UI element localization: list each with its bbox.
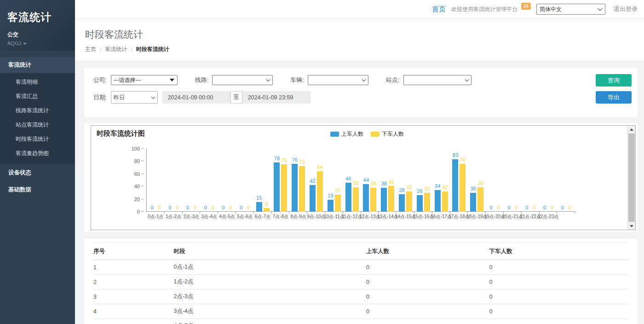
chart-category-group: 001点-2点 [165, 149, 183, 212]
line-select[interactable] [212, 75, 273, 85]
station-select-wrap [403, 75, 472, 85]
y-tick-label: 40 [124, 184, 140, 189]
sidebar-subitem-2[interactable]: 线路客流统计 [0, 104, 75, 118]
sidebar-subitem-1[interactable]: 客流汇总 [0, 89, 75, 104]
x-tick-mark [236, 212, 236, 214]
date-preset-select[interactable]: 昨日 [111, 91, 158, 104]
breadcrumb-separator: / [131, 46, 132, 53]
chart-category-group: 42649点-10点 [307, 149, 325, 212]
language-select-wrap: 简体中文 [536, 4, 605, 15]
date-to-label: 至 [230, 91, 242, 104]
x-tick-mark [575, 212, 575, 214]
bar-alighting [370, 188, 376, 212]
table-cell: 4点-5点 [173, 319, 366, 324]
chart-category-group: 0019点-20点 [486, 149, 504, 212]
table-cell: 2 [93, 275, 173, 289]
date-label: 日期: [93, 93, 107, 102]
chart-category-group: 0022点-23点 [540, 149, 558, 212]
col-header-alighting: 下车人数 [489, 243, 628, 260]
bar-boarding [381, 188, 387, 212]
sidebar-subitem-5[interactable]: 客流量趋势图 [0, 146, 75, 161]
breadcrumb-item-2: 时段客流统计 [136, 46, 169, 53]
sidebar-subitem-0[interactable]: 客流明细 [0, 75, 75, 89]
station-select[interactable] [403, 75, 472, 85]
sidebar-nav: 客流统计 客流明细客流汇总线路客流统计站点客流统计时段客流统计客流量趋势图 设备… [0, 57, 75, 198]
x-tick-label: 9点-10点 [307, 214, 326, 220]
chart-plot: 000点-1点001点-2点002点-3点003点-4点004点-5点005点-… [146, 149, 575, 212]
bar-alighting [442, 191, 448, 212]
chart-category-group: 384113点-14点 [379, 149, 397, 212]
sidebar: 客流统计 公交 AQGJ 客流统计 客流明细客流汇总线路客流统计站点客流统计时段… [0, 0, 75, 324]
export-button[interactable]: 导出 [596, 91, 632, 104]
table-row: 32点-3点00 [93, 289, 628, 304]
sidebar-item-device-status[interactable]: 设备状态 [0, 164, 75, 181]
x-tick-mark [271, 212, 272, 214]
sidebar-subitem-4[interactable]: 时段客流统计 [0, 132, 75, 146]
scrollbar-thumb[interactable] [628, 133, 635, 222]
sidebar-item-passenger-stats[interactable]: 客流统计 [0, 57, 75, 73]
bar-alighting [353, 187, 359, 212]
x-tick-label: 22点-23点 [538, 214, 559, 220]
scroll-down-button[interactable] [628, 222, 635, 230]
company-label: 公司: [93, 76, 107, 84]
triangle-up-icon [630, 128, 633, 131]
bar-value-label: 0 [564, 205, 576, 210]
breadcrumb: 主页/客流统计/时段客流统计 [85, 46, 644, 53]
table-row: 21点-2点00 [93, 275, 628, 289]
page-heading: 时段客流统计 主页/客流统计/时段客流统计 [75, 19, 644, 61]
x-tick-label: 3点-4点 [201, 214, 217, 220]
x-tick-label: 8点-9点 [291, 214, 306, 220]
chart-category-group: 76728点-9点 [289, 149, 307, 212]
logout-link[interactable]: 退出登录 [614, 5, 638, 13]
chart-category-group: 343216点-17点 [432, 149, 450, 212]
vehicle-select[interactable] [308, 75, 368, 85]
breadcrumb-item-0[interactable]: 主页 [85, 46, 96, 53]
chart-scrollbar[interactable] [627, 126, 635, 230]
table-cell: 0 [489, 304, 628, 319]
bar-alighting [460, 164, 466, 212]
sidebar-subitem-3[interactable]: 站点客流统计 [0, 118, 75, 132]
x-tick-label: 0点-1点 [148, 214, 163, 220]
org-name: 公交 [7, 31, 75, 39]
vehicle-select-wrap [308, 75, 368, 85]
query-button[interactable]: 查询 [596, 74, 632, 87]
bar-value-label: 72 [296, 159, 308, 165]
chart-category-group: 004点-5点 [218, 149, 236, 212]
bar-alighting [317, 171, 323, 212]
chart-y-axis: 020406080100 [124, 149, 144, 212]
scroll-up-button[interactable] [628, 126, 635, 133]
org-code-dropdown[interactable]: AQGJ [7, 40, 75, 46]
chart-category-group: 005点-6点 [236, 149, 254, 212]
bar-alighting [388, 186, 394, 212]
chart-category-group: 192710点-11点 [325, 149, 343, 212]
bar-boarding [274, 162, 280, 212]
station-label: 站点: [386, 76, 400, 84]
welcome-text: 欢迎使用客流统计管理平台 [451, 6, 518, 13]
action-buttons: 查询 导出 [596, 74, 632, 104]
date-start-input[interactable] [162, 91, 230, 104]
chart-category-group: 303918点-19点 [468, 149, 486, 212]
bar-boarding [452, 159, 458, 212]
table-row: 54点-5点00 [93, 319, 628, 324]
table-body: 10点-1点0021点-2点0032点-3点0043点-4点0054点-5点00… [93, 260, 628, 324]
x-tick-mark [253, 212, 254, 214]
company-select[interactable]: ---请选择--- [111, 75, 178, 85]
date-preset-wrap: 昨日 [111, 91, 158, 104]
y-tick-label: 80 [124, 158, 140, 164]
x-tick-mark [289, 212, 289, 214]
org-code-label: AQGJ [7, 40, 21, 46]
x-tick-label: 7点-8点 [273, 214, 288, 220]
legend-item-0[interactable]: 上车人数 [330, 130, 363, 138]
y-tick-mark [141, 199, 144, 199]
x-tick-mark [557, 212, 557, 214]
sidebar-item-basic-data[interactable]: 基础数据 [0, 181, 75, 198]
bar-value-label: 6 [260, 201, 272, 207]
legend-item-1[interactable]: 下车人数 [371, 130, 404, 138]
chart-category-group: 263015点-16点 [414, 149, 432, 212]
bar-value-label: 76 [457, 157, 469, 162]
breadcrumb-item-1[interactable]: 客流统计 [105, 46, 127, 53]
language-select[interactable]: 简体中文 [536, 4, 605, 15]
date-end-input[interactable] [242, 91, 310, 104]
home-link[interactable]: 首页 [432, 5, 446, 14]
filter-row-2: 日期: 昨日 至 [93, 91, 631, 104]
